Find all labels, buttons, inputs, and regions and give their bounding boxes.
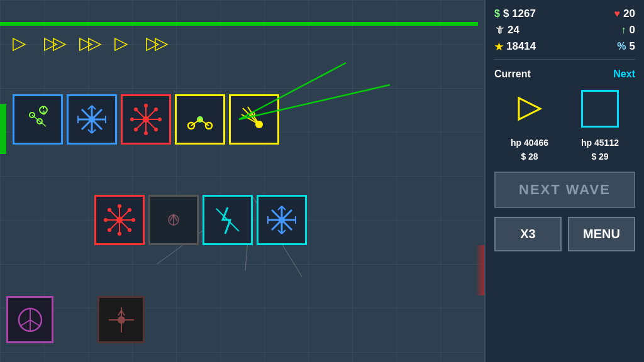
svg-point-59	[104, 218, 108, 222]
current-label: Current	[494, 69, 531, 80]
svg-line-2	[32, 115, 40, 121]
svg-point-30	[154, 128, 158, 131]
svg-line-55	[109, 220, 119, 230]
tower-burst-red-2[interactable]	[94, 195, 145, 245]
tower-water[interactable]	[13, 94, 63, 145]
svg-point-63	[108, 228, 111, 232]
svg-line-21	[136, 109, 146, 119]
tower-bottom-left[interactable]	[6, 296, 53, 343]
svg-line-54	[119, 220, 130, 230]
tower-ice[interactable]	[67, 94, 117, 145]
enemy-arrow-2: ▷▷	[44, 35, 62, 52]
svg-point-31	[134, 128, 138, 131]
path-bar	[0, 22, 478, 26]
divider-1	[494, 59, 635, 60]
tower-burst-red[interactable]	[121, 94, 171, 145]
health-value: 20	[623, 8, 635, 20]
tower-row-2	[94, 195, 307, 245]
svg-point-62	[128, 228, 131, 232]
arrow-up-icon: ↑	[621, 25, 626, 36]
enemy-arrow-5: ▷▷	[146, 35, 164, 52]
hp-current: hp 40466	[511, 138, 548, 148]
svg-line-80	[20, 320, 30, 326]
tower-yellow-2[interactable]	[229, 94, 279, 145]
stats-row-3: ★ 18414 % 5	[494, 40, 635, 53]
svg-point-28	[154, 107, 158, 111]
svg-point-57	[131, 218, 135, 222]
green-left-accent	[0, 104, 6, 154]
tower-ice-2[interactable]	[257, 195, 307, 245]
svg-point-26	[144, 131, 148, 135]
grid-background	[0, 0, 484, 362]
tower-row-1	[13, 94, 279, 145]
wave-cost-row: $ 28 $ 29	[494, 151, 635, 162]
money-stat: $ $ 1267	[494, 8, 536, 20]
percent-value: 5	[630, 40, 635, 53]
svg-point-8	[89, 116, 95, 123]
svg-point-25	[158, 118, 162, 121]
svg-point-61	[108, 208, 111, 212]
svg-point-24	[144, 104, 148, 107]
svg-line-81	[30, 320, 40, 326]
svg-line-53	[109, 210, 119, 220]
svg-point-29	[134, 107, 138, 111]
percent-icon: %	[617, 41, 626, 52]
x3-button[interactable]: X3	[494, 217, 562, 251]
percent-stat: % 5	[617, 40, 635, 53]
star-icon: ★	[494, 41, 503, 53]
star-value: 18414	[506, 40, 536, 53]
svg-point-56	[118, 204, 121, 208]
enemy-arrow-1: ▷	[13, 35, 26, 52]
tower-lightning[interactable]	[203, 195, 253, 245]
cost-next: $ 29	[591, 151, 608, 162]
current-next-labels: Current Next	[494, 69, 635, 80]
svg-line-23	[136, 119, 146, 129]
svg-marker-87	[519, 98, 540, 119]
svg-point-58	[118, 232, 121, 236]
red-glow-accent	[475, 245, 484, 295]
svg-line-52	[119, 210, 130, 220]
stats-row-2: 🗡 24 ↑ 0	[494, 24, 635, 36]
game-area: ▷ ▷▷ ▷▷ ▷ ▷▷	[0, 0, 484, 362]
enemy-arrow-4: ▷	[114, 35, 128, 52]
arrow-stat: ↑ 0	[621, 24, 635, 36]
stats-row-1: $ $ 1267 ♥ 20	[494, 8, 635, 20]
heart-icon: ♥	[614, 8, 621, 19]
arrow-value: 0	[630, 24, 635, 36]
tower-yellow-1[interactable]	[175, 94, 225, 145]
svg-line-22	[146, 119, 156, 129]
svg-point-27	[130, 118, 134, 121]
sword-value: 24	[508, 24, 519, 36]
svg-point-60	[128, 208, 131, 212]
cost-current: $ 28	[521, 151, 538, 162]
bottom-buttons: X3 MENU	[494, 217, 635, 251]
money-icon: $	[494, 8, 500, 19]
svg-line-20	[146, 109, 156, 119]
sword-icon: 🗡	[494, 25, 504, 36]
next-wave-icon	[581, 90, 619, 128]
tower-bottom-mid[interactable]	[97, 296, 145, 343]
tower-empty-1[interactable]	[148, 195, 199, 245]
wave-hp-row: hp 40466 hp 45112	[494, 138, 635, 148]
enemy-arrow-3: ▷▷	[79, 35, 97, 52]
next-wave-button[interactable]: NEXT WAVE	[494, 172, 635, 208]
svg-point-71	[279, 217, 285, 223]
money-value: $ 1267	[503, 8, 536, 20]
next-label: Next	[613, 69, 635, 80]
right-panel: $ $ 1267 ♥ 20 🗡 24 ↑ 0 ★ 18414 % 5 Curre	[484, 0, 644, 362]
sword-stat: 🗡 24	[494, 24, 519, 36]
current-wave-icon	[511, 90, 548, 128]
wave-icons-row	[494, 90, 635, 128]
enemy-row: ▷ ▷▷ ▷▷ ▷ ▷▷	[13, 35, 164, 52]
hp-next: hp 45112	[581, 138, 619, 148]
health-stat: ♥ 20	[614, 8, 635, 20]
menu-button[interactable]: MENU	[568, 217, 635, 251]
star-stat: ★ 18414	[494, 40, 536, 53]
